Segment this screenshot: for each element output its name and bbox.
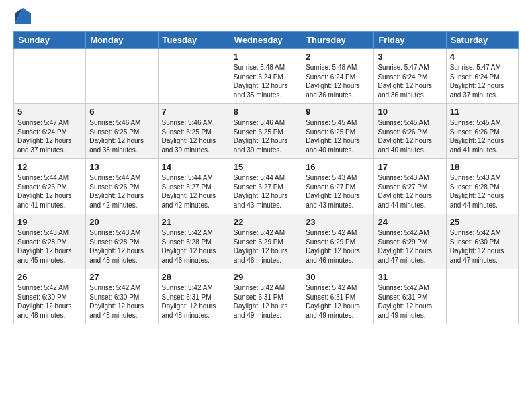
calendar-cell: 13Sunrise: 5:44 AM Sunset: 6:26 PM Dayli…: [86, 159, 158, 214]
day-number: 17: [378, 162, 442, 172]
calendar-cell: 26Sunrise: 5:42 AM Sunset: 6:30 PM Dayli…: [14, 269, 86, 324]
calendar-cell: 25Sunrise: 5:42 AM Sunset: 6:30 PM Dayli…: [446, 214, 518, 269]
day-number: 3: [378, 52, 442, 62]
day-number: 19: [17, 217, 82, 227]
calendar-cell: 22Sunrise: 5:42 AM Sunset: 6:29 PM Dayli…: [230, 214, 302, 269]
calendar-cell: 28Sunrise: 5:42 AM Sunset: 6:31 PM Dayli…: [158, 269, 230, 324]
day-number: 22: [234, 217, 298, 227]
day-info: Sunrise: 5:46 AM Sunset: 6:25 PM Dayligh…: [234, 118, 298, 154]
day-number: 31: [378, 272, 442, 282]
calendar-cell: 16Sunrise: 5:43 AM Sunset: 6:27 PM Dayli…: [302, 159, 374, 214]
day-number: 13: [89, 162, 154, 172]
logo: [13, 11, 31, 24]
day-info: Sunrise: 5:44 AM Sunset: 6:26 PM Dayligh…: [17, 173, 82, 210]
calendar-cell: 7Sunrise: 5:46 AM Sunset: 6:25 PM Daylig…: [158, 104, 230, 159]
calendar-week-row: 1Sunrise: 5:48 AM Sunset: 6:24 PM Daylig…: [14, 49, 519, 104]
day-info: Sunrise: 5:47 AM Sunset: 6:24 PM Dayligh…: [378, 63, 442, 99]
calendar-cell: 20Sunrise: 5:43 AM Sunset: 6:28 PM Dayli…: [86, 214, 158, 269]
day-info: Sunrise: 5:43 AM Sunset: 6:28 PM Dayligh…: [450, 173, 515, 210]
day-info: Sunrise: 5:43 AM Sunset: 6:28 PM Dayligh…: [89, 228, 154, 265]
calendar-header-friday: Friday: [374, 32, 446, 49]
day-number: 21: [162, 217, 226, 227]
day-number: 29: [234, 272, 298, 282]
day-info: Sunrise: 5:42 AM Sunset: 6:30 PM Dayligh…: [450, 228, 515, 265]
logo-icon: [15, 8, 31, 24]
calendar-cell: 14Sunrise: 5:44 AM Sunset: 6:27 PM Dayli…: [158, 159, 230, 214]
calendar-header-sunday: Sunday: [14, 32, 86, 49]
day-number: 16: [306, 162, 370, 172]
calendar-table: SundayMondayTuesdayWednesdayThursdayFrid…: [13, 31, 519, 324]
day-number: 15: [234, 162, 298, 172]
day-number: 9: [306, 107, 370, 117]
day-number: 5: [17, 107, 82, 117]
day-info: Sunrise: 5:42 AM Sunset: 6:29 PM Dayligh…: [306, 228, 370, 265]
calendar-cell: 1Sunrise: 5:48 AM Sunset: 6:24 PM Daylig…: [230, 49, 302, 104]
day-number: 23: [306, 217, 370, 227]
day-number: 26: [17, 272, 82, 282]
calendar-header-tuesday: Tuesday: [158, 32, 230, 49]
day-number: 27: [89, 272, 154, 282]
day-info: Sunrise: 5:42 AM Sunset: 6:29 PM Dayligh…: [378, 228, 442, 265]
day-number: 18: [450, 162, 515, 172]
calendar-cell: 6Sunrise: 5:46 AM Sunset: 6:25 PM Daylig…: [86, 104, 158, 159]
day-number: 7: [162, 107, 226, 117]
day-info: Sunrise: 5:44 AM Sunset: 6:27 PM Dayligh…: [234, 173, 298, 210]
calendar-cell: 23Sunrise: 5:42 AM Sunset: 6:29 PM Dayli…: [302, 214, 374, 269]
calendar-cell: 10Sunrise: 5:45 AM Sunset: 6:26 PM Dayli…: [374, 104, 446, 159]
day-number: 14: [162, 162, 226, 172]
calendar-week-row: 19Sunrise: 5:43 AM Sunset: 6:28 PM Dayli…: [14, 214, 519, 269]
day-info: Sunrise: 5:42 AM Sunset: 6:28 PM Dayligh…: [162, 228, 226, 265]
calendar-cell: 3Sunrise: 5:47 AM Sunset: 6:24 PM Daylig…: [374, 49, 446, 104]
day-info: Sunrise: 5:43 AM Sunset: 6:27 PM Dayligh…: [306, 173, 370, 210]
day-number: 11: [450, 107, 515, 117]
day-info: Sunrise: 5:42 AM Sunset: 6:30 PM Dayligh…: [89, 283, 154, 320]
day-number: 2: [306, 52, 370, 62]
day-info: Sunrise: 5:46 AM Sunset: 6:25 PM Dayligh…: [162, 118, 226, 154]
day-number: 6: [89, 107, 154, 117]
day-info: Sunrise: 5:42 AM Sunset: 6:31 PM Dayligh…: [162, 283, 226, 320]
calendar-cell: [158, 49, 230, 104]
day-info: Sunrise: 5:42 AM Sunset: 6:29 PM Dayligh…: [234, 228, 298, 265]
day-info: Sunrise: 5:45 AM Sunset: 6:25 PM Dayligh…: [306, 118, 370, 154]
day-number: 20: [89, 217, 154, 227]
day-number: 12: [17, 162, 82, 172]
calendar-week-row: 26Sunrise: 5:42 AM Sunset: 6:30 PM Dayli…: [14, 269, 519, 324]
calendar-header-monday: Monday: [86, 32, 158, 49]
calendar-cell: 11Sunrise: 5:45 AM Sunset: 6:26 PM Dayli…: [446, 104, 518, 159]
day-number: 8: [234, 107, 298, 117]
calendar-cell: [86, 49, 158, 104]
day-info: Sunrise: 5:47 AM Sunset: 6:24 PM Dayligh…: [17, 118, 82, 154]
day-number: 10: [378, 107, 442, 117]
calendar-cell: 5Sunrise: 5:47 AM Sunset: 6:24 PM Daylig…: [14, 104, 86, 159]
calendar-cell: 24Sunrise: 5:42 AM Sunset: 6:29 PM Dayli…: [374, 214, 446, 269]
calendar-cell: 8Sunrise: 5:46 AM Sunset: 6:25 PM Daylig…: [230, 104, 302, 159]
day-info: Sunrise: 5:42 AM Sunset: 6:30 PM Dayligh…: [17, 283, 82, 320]
calendar-cell: 18Sunrise: 5:43 AM Sunset: 6:28 PM Dayli…: [446, 159, 518, 214]
calendar-week-row: 12Sunrise: 5:44 AM Sunset: 6:26 PM Dayli…: [14, 159, 519, 214]
calendar-week-row: 5Sunrise: 5:47 AM Sunset: 6:24 PM Daylig…: [14, 104, 519, 159]
calendar-header-thursday: Thursday: [302, 32, 374, 49]
day-number: 4: [450, 52, 515, 62]
calendar-cell: 30Sunrise: 5:42 AM Sunset: 6:31 PM Dayli…: [302, 269, 374, 324]
calendar-header-row: SundayMondayTuesdayWednesdayThursdayFrid…: [14, 32, 519, 49]
calendar-cell: [14, 49, 86, 104]
calendar-cell: 12Sunrise: 5:44 AM Sunset: 6:26 PM Dayli…: [14, 159, 86, 214]
calendar-cell: 21Sunrise: 5:42 AM Sunset: 6:28 PM Dayli…: [158, 214, 230, 269]
day-info: Sunrise: 5:44 AM Sunset: 6:26 PM Dayligh…: [89, 173, 154, 210]
day-info: Sunrise: 5:45 AM Sunset: 6:26 PM Dayligh…: [378, 118, 442, 154]
day-info: Sunrise: 5:45 AM Sunset: 6:26 PM Dayligh…: [450, 118, 515, 154]
day-info: Sunrise: 5:42 AM Sunset: 6:31 PM Dayligh…: [234, 283, 298, 320]
calendar-cell: 29Sunrise: 5:42 AM Sunset: 6:31 PM Dayli…: [230, 269, 302, 324]
day-number: 24: [378, 217, 442, 227]
day-info: Sunrise: 5:48 AM Sunset: 6:24 PM Dayligh…: [234, 63, 298, 99]
day-number: 30: [306, 272, 370, 282]
day-number: 28: [162, 272, 226, 282]
day-info: Sunrise: 5:44 AM Sunset: 6:27 PM Dayligh…: [162, 173, 226, 210]
calendar-cell: 2Sunrise: 5:48 AM Sunset: 6:24 PM Daylig…: [302, 49, 374, 104]
day-info: Sunrise: 5:43 AM Sunset: 6:27 PM Dayligh…: [378, 173, 442, 210]
calendar-cell: 15Sunrise: 5:44 AM Sunset: 6:27 PM Dayli…: [230, 159, 302, 214]
calendar-cell: 27Sunrise: 5:42 AM Sunset: 6:30 PM Dayli…: [86, 269, 158, 324]
calendar-cell: 9Sunrise: 5:45 AM Sunset: 6:25 PM Daylig…: [302, 104, 374, 159]
calendar-cell: 31Sunrise: 5:42 AM Sunset: 6:31 PM Dayli…: [374, 269, 446, 324]
day-info: Sunrise: 5:42 AM Sunset: 6:31 PM Dayligh…: [378, 283, 442, 320]
